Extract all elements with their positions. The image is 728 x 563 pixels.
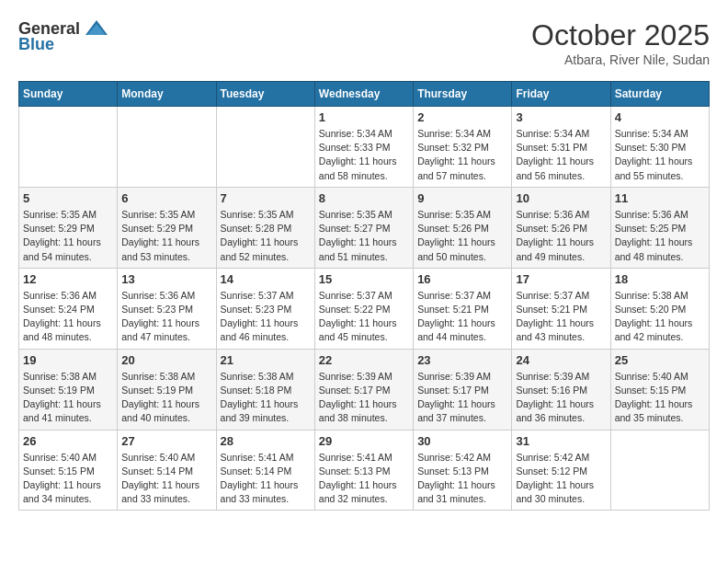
calendar-cell: 20Sunrise: 5:38 AM Sunset: 5:19 PM Dayli… <box>118 349 216 430</box>
page-header: General Blue October 2025 Atbara, River … <box>18 18 710 67</box>
day-info: Sunrise: 5:36 AM Sunset: 5:24 PM Dayligh… <box>23 289 113 345</box>
logo-blue-text: Blue <box>18 35 54 54</box>
calendar-cell: 1Sunrise: 5:34 AM Sunset: 5:33 PM Daylig… <box>314 107 413 188</box>
header-saturday: Saturday <box>610 82 709 107</box>
day-number: 25 <box>615 353 705 367</box>
calendar-cell: 16Sunrise: 5:37 AM Sunset: 5:21 PM Dayli… <box>414 268 512 349</box>
day-number: 1 <box>319 110 409 124</box>
location: Atbara, River Nile, Sudan <box>531 52 710 67</box>
day-number: 30 <box>417 434 507 448</box>
day-number: 24 <box>516 353 606 367</box>
day-info: Sunrise: 5:35 AM Sunset: 5:26 PM Dayligh… <box>417 208 507 264</box>
day-number: 18 <box>615 272 705 286</box>
calendar-cell: 31Sunrise: 5:42 AM Sunset: 5:12 PM Dayli… <box>512 430 610 511</box>
calendar-cell: 21Sunrise: 5:38 AM Sunset: 5:18 PM Dayli… <box>216 349 314 430</box>
calendar-cell: 12Sunrise: 5:36 AM Sunset: 5:24 PM Dayli… <box>19 268 118 349</box>
header-friday: Friday <box>512 82 610 107</box>
day-number: 2 <box>417 110 507 124</box>
calendar-cell: 7Sunrise: 5:35 AM Sunset: 5:28 PM Daylig… <box>216 187 314 268</box>
calendar-cell: 22Sunrise: 5:39 AM Sunset: 5:17 PM Dayli… <box>314 349 413 430</box>
day-info: Sunrise: 5:35 AM Sunset: 5:28 PM Dayligh… <box>221 208 311 264</box>
day-number: 15 <box>319 272 409 286</box>
calendar-header-row: Sunday Monday Tuesday Wednesday Thursday… <box>19 82 710 107</box>
day-info: Sunrise: 5:35 AM Sunset: 5:29 PM Dayligh… <box>23 208 113 264</box>
calendar-cell: 5Sunrise: 5:35 AM Sunset: 5:29 PM Daylig… <box>19 187 118 268</box>
calendar-week-5: 26Sunrise: 5:40 AM Sunset: 5:15 PM Dayli… <box>19 430 710 511</box>
calendar-cell <box>610 430 709 511</box>
calendar-cell: 14Sunrise: 5:37 AM Sunset: 5:23 PM Dayli… <box>216 268 314 349</box>
day-number: 27 <box>121 434 211 448</box>
calendar-cell: 28Sunrise: 5:41 AM Sunset: 5:14 PM Dayli… <box>216 430 314 511</box>
month-title: October 2025 <box>531 18 710 52</box>
calendar-table: Sunday Monday Tuesday Wednesday Thursday… <box>18 81 710 511</box>
day-number: 4 <box>615 110 705 124</box>
day-number: 21 <box>221 353 311 367</box>
day-info: Sunrise: 5:39 AM Sunset: 5:17 PM Dayligh… <box>319 370 409 426</box>
calendar-cell: 3Sunrise: 5:34 AM Sunset: 5:31 PM Daylig… <box>512 107 610 188</box>
title-block: October 2025 Atbara, River Nile, Sudan <box>531 18 710 67</box>
day-info: Sunrise: 5:38 AM Sunset: 5:20 PM Dayligh… <box>615 289 705 345</box>
calendar-cell: 25Sunrise: 5:40 AM Sunset: 5:15 PM Dayli… <box>610 349 709 430</box>
day-info: Sunrise: 5:38 AM Sunset: 5:19 PM Dayligh… <box>121 370 211 426</box>
day-info: Sunrise: 5:34 AM Sunset: 5:32 PM Dayligh… <box>417 127 507 183</box>
calendar-cell <box>118 107 216 188</box>
calendar-week-4: 19Sunrise: 5:38 AM Sunset: 5:19 PM Dayli… <box>19 349 710 430</box>
calendar-cell <box>216 107 314 188</box>
day-info: Sunrise: 5:34 AM Sunset: 5:30 PM Dayligh… <box>615 127 705 183</box>
calendar-cell: 8Sunrise: 5:35 AM Sunset: 5:27 PM Daylig… <box>314 187 413 268</box>
day-info: Sunrise: 5:42 AM Sunset: 5:13 PM Dayligh… <box>417 451 507 507</box>
day-number: 7 <box>221 191 311 205</box>
calendar-cell: 2Sunrise: 5:34 AM Sunset: 5:32 PM Daylig… <box>414 107 512 188</box>
day-info: Sunrise: 5:39 AM Sunset: 5:17 PM Dayligh… <box>417 370 507 426</box>
day-number: 28 <box>221 434 311 448</box>
calendar-cell: 11Sunrise: 5:36 AM Sunset: 5:25 PM Dayli… <box>610 187 709 268</box>
day-info: Sunrise: 5:35 AM Sunset: 5:27 PM Dayligh… <box>319 208 409 264</box>
header-wednesday: Wednesday <box>314 82 413 107</box>
day-info: Sunrise: 5:36 AM Sunset: 5:23 PM Dayligh… <box>121 289 211 345</box>
calendar-cell: 4Sunrise: 5:34 AM Sunset: 5:30 PM Daylig… <box>610 107 709 188</box>
day-info: Sunrise: 5:34 AM Sunset: 5:33 PM Dayligh… <box>319 127 409 183</box>
day-number: 20 <box>121 353 211 367</box>
calendar-cell: 29Sunrise: 5:41 AM Sunset: 5:13 PM Dayli… <box>314 430 413 511</box>
day-info: Sunrise: 5:35 AM Sunset: 5:29 PM Dayligh… <box>121 208 211 264</box>
day-info: Sunrise: 5:38 AM Sunset: 5:18 PM Dayligh… <box>221 370 311 426</box>
calendar-cell: 23Sunrise: 5:39 AM Sunset: 5:17 PM Dayli… <box>414 349 512 430</box>
day-info: Sunrise: 5:36 AM Sunset: 5:25 PM Dayligh… <box>615 208 705 264</box>
logo: General Blue <box>18 18 109 54</box>
day-info: Sunrise: 5:34 AM Sunset: 5:31 PM Dayligh… <box>516 127 606 183</box>
day-info: Sunrise: 5:42 AM Sunset: 5:12 PM Dayligh… <box>516 451 606 507</box>
calendar-cell: 15Sunrise: 5:37 AM Sunset: 5:22 PM Dayli… <box>314 268 413 349</box>
calendar-cell: 10Sunrise: 5:36 AM Sunset: 5:26 PM Dayli… <box>512 187 610 268</box>
day-number: 22 <box>319 353 409 367</box>
day-info: Sunrise: 5:41 AM Sunset: 5:13 PM Dayligh… <box>319 451 409 507</box>
calendar-cell: 26Sunrise: 5:40 AM Sunset: 5:15 PM Dayli… <box>19 430 118 511</box>
calendar-cell: 18Sunrise: 5:38 AM Sunset: 5:20 PM Dayli… <box>610 268 709 349</box>
day-info: Sunrise: 5:36 AM Sunset: 5:26 PM Dayligh… <box>516 208 606 264</box>
day-number: 10 <box>516 191 606 205</box>
day-number: 19 <box>23 353 113 367</box>
day-info: Sunrise: 5:39 AM Sunset: 5:16 PM Dayligh… <box>516 370 606 426</box>
day-info: Sunrise: 5:38 AM Sunset: 5:19 PM Dayligh… <box>23 370 113 426</box>
calendar-cell: 30Sunrise: 5:42 AM Sunset: 5:13 PM Dayli… <box>414 430 512 511</box>
header-monday: Monday <box>118 82 216 107</box>
day-info: Sunrise: 5:37 AM Sunset: 5:22 PM Dayligh… <box>319 289 409 345</box>
header-thursday: Thursday <box>414 82 512 107</box>
day-number: 5 <box>23 191 113 205</box>
calendar-week-3: 12Sunrise: 5:36 AM Sunset: 5:24 PM Dayli… <box>19 268 710 349</box>
day-info: Sunrise: 5:40 AM Sunset: 5:15 PM Dayligh… <box>615 370 705 426</box>
calendar-cell: 9Sunrise: 5:35 AM Sunset: 5:26 PM Daylig… <box>414 187 512 268</box>
day-info: Sunrise: 5:40 AM Sunset: 5:15 PM Dayligh… <box>23 451 113 507</box>
header-sunday: Sunday <box>19 82 118 107</box>
day-number: 13 <box>121 272 211 286</box>
calendar-cell: 13Sunrise: 5:36 AM Sunset: 5:23 PM Dayli… <box>118 268 216 349</box>
calendar-cell: 27Sunrise: 5:40 AM Sunset: 5:14 PM Dayli… <box>118 430 216 511</box>
logo-icon <box>84 18 109 39</box>
day-info: Sunrise: 5:37 AM Sunset: 5:23 PM Dayligh… <box>221 289 311 345</box>
calendar-cell <box>19 107 118 188</box>
day-info: Sunrise: 5:37 AM Sunset: 5:21 PM Dayligh… <box>516 289 606 345</box>
header-tuesday: Tuesday <box>216 82 314 107</box>
day-number: 3 <box>516 110 606 124</box>
day-number: 8 <box>319 191 409 205</box>
day-info: Sunrise: 5:41 AM Sunset: 5:14 PM Dayligh… <box>221 451 311 507</box>
day-number: 31 <box>516 434 606 448</box>
